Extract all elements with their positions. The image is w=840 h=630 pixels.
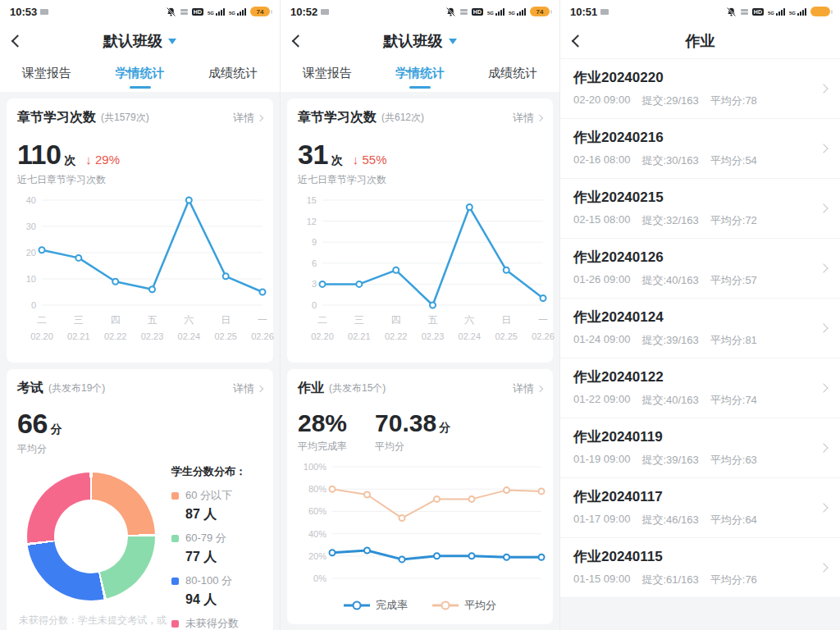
assignment-list-item[interactable]: 作业20240215 02-15 08:00提交:32/163平均分:72 bbox=[560, 179, 840, 239]
svg-text:40%: 40% bbox=[308, 529, 326, 539]
study-count: 31 bbox=[298, 139, 328, 171]
svg-text:三: 三 bbox=[354, 314, 364, 326]
svg-text:15: 15 bbox=[307, 195, 317, 205]
chevron-down-icon[interactable] bbox=[168, 39, 176, 44]
svg-text:02.20: 02.20 bbox=[30, 331, 53, 341]
assignment-average: 平均分:76 bbox=[710, 573, 757, 587]
assignment-submit-count: 提交:46/163 bbox=[641, 513, 698, 527]
assignment-time: 02-15 08:00 bbox=[573, 213, 630, 228]
legend-dot-icon bbox=[171, 535, 179, 542]
svg-text:02.21: 02.21 bbox=[348, 331, 371, 341]
assignment-name: 作业20240122 bbox=[573, 368, 812, 386]
svg-text:02.24: 02.24 bbox=[459, 331, 482, 341]
assignment-average: 平均分:63 bbox=[710, 453, 757, 468]
chapter-study-card: 章节学习次数 (共1579次) 详情 110 次 ↓ 29% 近七日章节学习次数… bbox=[7, 98, 273, 363]
mute-icon bbox=[445, 7, 456, 17]
legend-count: 87 人 bbox=[185, 506, 262, 523]
svg-text:02.23: 02.23 bbox=[141, 331, 164, 341]
assignment-list-item[interactable]: 作业20240220 02-20 09:00提交:29/163平均分:78 bbox=[560, 59, 840, 119]
mute-icon bbox=[726, 7, 737, 17]
assignment-list-item[interactable]: 作业20240115 01-15 09:00提交:61/163平均分:76 bbox=[560, 538, 840, 598]
assignment-average: 平均分:72 bbox=[710, 213, 757, 228]
tab-class-report[interactable]: 课堂报告 bbox=[0, 59, 94, 92]
status-bar: 10:51 HD 5G 5G bbox=[560, 0, 840, 23]
svg-text:0: 0 bbox=[312, 300, 317, 310]
assignment-submit-count: 提交:40/163 bbox=[641, 393, 698, 408]
chapter-study-card: 章节学习次数 (共612次) 详情 31 次 ↓ 55% 近七日章节学习次数 0… bbox=[287, 98, 553, 363]
assignment-list-item[interactable]: 作业20240216 02-16 08:00提交:30/163平均分:54 bbox=[560, 119, 840, 179]
class-title[interactable]: 默认班级 bbox=[384, 31, 443, 51]
tab-bar: 课堂报告 学情统计 成绩统计 bbox=[0, 59, 280, 92]
svg-text:02.23: 02.23 bbox=[422, 331, 445, 341]
assignment-list: 作业20240220 02-20 09:00提交:29/163平均分:78 作业… bbox=[560, 59, 840, 598]
detail-link[interactable]: 详情 bbox=[233, 111, 262, 126]
assignment-name: 作业20240115 bbox=[573, 547, 812, 566]
assignment-average: 平均分:74 bbox=[710, 393, 757, 408]
study-line-chart: 010203040二三四五六日一02.2002.2102.2202.2302.2… bbox=[17, 190, 262, 356]
svg-text:40: 40 bbox=[26, 195, 36, 205]
legend-label: 60 分以下 bbox=[185, 488, 232, 503]
legend-label: 60-79 分 bbox=[185, 531, 226, 546]
assignment-list-item[interactable]: 作业20240126 01-26 09:00提交:40/163平均分:57 bbox=[560, 239, 840, 299]
svg-text:六: 六 bbox=[464, 314, 474, 326]
detail-link[interactable]: 详情 bbox=[513, 111, 542, 126]
svg-text:0%: 0% bbox=[313, 573, 326, 583]
card-total: (共612次) bbox=[381, 111, 513, 125]
svg-text:02.24: 02.24 bbox=[178, 331, 201, 341]
signal-icon-sim1: 5G bbox=[768, 8, 785, 16]
signal-icon-sim1: 5G bbox=[208, 8, 225, 16]
svg-text:一: 一 bbox=[258, 314, 267, 326]
assignment-name: 作业20240124 bbox=[573, 308, 812, 326]
svg-text:30: 30 bbox=[26, 221, 36, 231]
assignment-submit-count: 提交:30/163 bbox=[641, 153, 698, 168]
completion-rate: 28% bbox=[298, 409, 347, 436]
svg-text:六: 六 bbox=[184, 314, 194, 326]
homework-average: 70.38 bbox=[375, 409, 436, 436]
network-speed-icon bbox=[460, 9, 468, 15]
assignment-time: 01-17 09:00 bbox=[573, 513, 630, 527]
svg-text:9: 9 bbox=[312, 237, 317, 247]
chevron-right-icon bbox=[819, 563, 828, 572]
back-icon[interactable] bbox=[11, 34, 25, 48]
legend-count: 94 人 bbox=[185, 591, 262, 609]
tab-class-report[interactable]: 课堂报告 bbox=[281, 59, 373, 92]
tab-grade-stats[interactable]: 成绩统计 bbox=[186, 59, 280, 92]
detail-link[interactable]: 详情 bbox=[513, 381, 542, 396]
chevron-right-icon bbox=[536, 114, 543, 121]
assignment-submit-count: 提交:39/163 bbox=[641, 453, 698, 468]
chevron-right-icon bbox=[819, 263, 828, 272]
assignment-name: 作业20240117 bbox=[573, 487, 812, 506]
chevron-down-icon[interactable] bbox=[449, 39, 457, 44]
assignment-list-item[interactable]: 作业20240119 01-19 09:00提交:39/163平均分:63 bbox=[560, 418, 840, 478]
svg-text:12: 12 bbox=[307, 217, 317, 226]
back-icon[interactable] bbox=[292, 34, 305, 48]
assignment-list-item[interactable]: 作业20240122 01-22 09:00提交:40/163平均分:74 bbox=[560, 358, 840, 418]
back-icon[interactable] bbox=[572, 34, 585, 48]
status-time: 10:51 bbox=[570, 6, 597, 18]
detail-link[interactable]: 详情 bbox=[233, 381, 262, 396]
study-count: 110 bbox=[17, 139, 61, 171]
class-title[interactable]: 默认班级 bbox=[103, 31, 162, 51]
assignment-submit-count: 提交:32/163 bbox=[641, 213, 698, 228]
phone-panel-2: 10:52 HD 5G 5G 74 默认班级 课堂报告 学情统计 成绩统计 章节… bbox=[280, 0, 560, 630]
svg-text:02.26: 02.26 bbox=[251, 331, 274, 341]
page-title: 作业 bbox=[686, 31, 715, 51]
svg-text:60%: 60% bbox=[308, 506, 326, 516]
assignment-list-item[interactable]: 作业20240124 01-24 09:00提交:39/163平均分:81 bbox=[560, 299, 840, 358]
exam-note: 未获得分数：学生未提交考试，或 考试未被批阅 bbox=[19, 612, 171, 630]
trend-down-badge: ↓ 29% bbox=[85, 153, 120, 167]
tab-grade-stats[interactable]: 成绩统计 bbox=[467, 59, 559, 92]
assignment-submit-count: 提交:29/163 bbox=[641, 94, 698, 108]
nav-bar: 默认班级 bbox=[281, 23, 559, 59]
status-bar: 10:52 HD 5G 5G 74 bbox=[281, 0, 559, 23]
phone-panel-3: 10:51 HD 5G 5G 作业 作业20240220 02-20 09:00… bbox=[560, 0, 840, 630]
svg-text:三: 三 bbox=[74, 314, 84, 326]
tab-study-stats[interactable]: 学情统计 bbox=[373, 59, 466, 92]
study-line-chart: 03691215二三四五六日一02.2002.2102.2202.2302.24… bbox=[298, 190, 542, 356]
assignment-time: 01-24 09:00 bbox=[573, 333, 630, 348]
homework-card: 作业 (共发布15个) 详情 28% 平均完成率 70.38分 平均分 0%20… bbox=[287, 369, 553, 624]
tab-study-stats[interactable]: 学情统计 bbox=[94, 59, 187, 92]
assignment-list-item[interactable]: 作业20240117 01-17 09:00提交:46/163平均分:64 bbox=[560, 478, 840, 538]
svg-text:02.26: 02.26 bbox=[532, 331, 555, 341]
chevron-right-icon bbox=[257, 114, 263, 121]
